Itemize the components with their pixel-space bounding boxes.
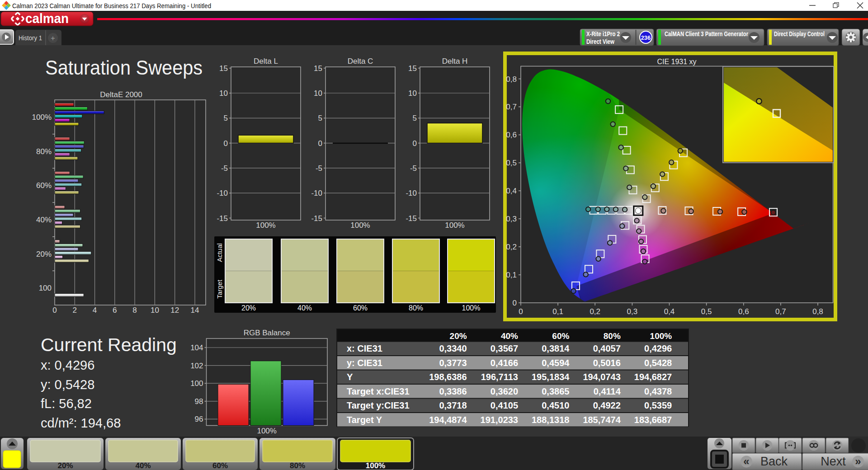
- svg-text:Calman 2023 Calman Ultimate fo: Calman 2023 Calman Ultimate for Business…: [12, 2, 211, 9]
- svg-text:0,8: 0,8: [812, 307, 823, 316]
- svg-text:Saturation Sweeps: Saturation Sweeps: [45, 56, 203, 79]
- svg-text:0: 0: [318, 139, 322, 148]
- svg-text:0: 0: [52, 306, 57, 315]
- svg-text:198,6386: 198,6386: [429, 372, 467, 382]
- svg-text:0,6: 0,6: [738, 307, 749, 316]
- svg-text:CalMAN Client 3 Pattern Genera: CalMAN Client 3 Pattern Generator: [665, 30, 748, 38]
- svg-text:0,1: 0,1: [506, 271, 517, 279]
- svg-text:History 1: History 1: [19, 34, 42, 42]
- svg-text:x: CIE31: x: CIE31: [347, 343, 382, 353]
- svg-text:0,3340: 0,3340: [439, 343, 467, 353]
- svg-text:0,4296: 0,4296: [644, 343, 672, 353]
- svg-text:10: 10: [314, 89, 322, 98]
- svg-text:cd/m²: 194,68: cd/m²: 194,68: [41, 416, 121, 430]
- svg-text:Delta H: Delta H: [442, 57, 468, 66]
- svg-text:96: 96: [195, 415, 203, 423]
- svg-text:100%: 100%: [366, 461, 385, 470]
- svg-text:194,4874: 194,4874: [429, 415, 467, 425]
- svg-text:0,4922: 0,4922: [593, 400, 621, 410]
- svg-text:Back: Back: [760, 455, 788, 468]
- svg-text:104: 104: [190, 343, 203, 352]
- svg-text:5: 5: [224, 114, 228, 122]
- svg-text:0,7: 0,7: [506, 103, 517, 111]
- svg-text:10: 10: [408, 89, 417, 98]
- svg-text:14: 14: [191, 306, 199, 315]
- svg-text:0,5: 0,5: [506, 159, 517, 167]
- svg-text:15: 15: [408, 64, 417, 73]
- svg-text:0: 0: [224, 139, 228, 148]
- svg-text:0: 0: [413, 139, 417, 148]
- svg-text:60%: 60%: [353, 304, 368, 312]
- svg-text:-15: -15: [217, 214, 228, 223]
- svg-text:0,3567: 0,3567: [491, 343, 518, 353]
- svg-text:195,1834: 195,1834: [532, 372, 570, 382]
- svg-text:Target y:CIE31: Target y:CIE31: [347, 400, 410, 410]
- svg-text:Y: Y: [347, 372, 353, 382]
- svg-text:0,4378: 0,4378: [644, 386, 672, 396]
- svg-text:-5: -5: [316, 164, 322, 173]
- svg-text:0,5359: 0,5359: [644, 400, 672, 410]
- svg-text:Actual: Actual: [216, 243, 223, 262]
- svg-text:0,4057: 0,4057: [593, 343, 621, 353]
- svg-text:40%: 40%: [297, 304, 312, 312]
- svg-text:5: 5: [318, 114, 322, 122]
- svg-text:80%: 80%: [36, 147, 52, 156]
- svg-text:Target: Target: [216, 279, 223, 299]
- svg-text:0,4105: 0,4105: [491, 400, 518, 410]
- svg-text:98: 98: [195, 397, 203, 406]
- svg-text:100: 100: [190, 379, 203, 388]
- svg-text:Next: Next: [821, 455, 846, 468]
- svg-text:-10: -10: [406, 189, 417, 197]
- svg-text:Current Reading: Current Reading: [41, 334, 177, 355]
- svg-text:-10: -10: [311, 189, 322, 197]
- svg-text:-15: -15: [406, 214, 417, 223]
- svg-text:0,4: 0,4: [506, 187, 517, 195]
- svg-text:80%: 80%: [409, 304, 423, 312]
- svg-text:40%: 40%: [501, 331, 518, 341]
- svg-text:-5: -5: [221, 164, 228, 173]
- svg-text:100: 100: [39, 284, 52, 292]
- svg-text:0,7: 0,7: [775, 307, 786, 316]
- svg-text:100%: 100%: [257, 427, 276, 435]
- svg-text:+: +: [51, 34, 55, 42]
- svg-text:15: 15: [314, 64, 322, 73]
- svg-text:100%: 100%: [256, 221, 275, 230]
- svg-text:20%: 20%: [450, 331, 467, 341]
- svg-text:0,4594: 0,4594: [542, 358, 570, 368]
- svg-text:40%: 40%: [36, 216, 52, 224]
- svg-text:0,5016: 0,5016: [593, 358, 621, 368]
- svg-text:15: 15: [219, 64, 228, 73]
- svg-text:0,4114: 0,4114: [594, 386, 621, 396]
- svg-text:0,2: 0,2: [590, 307, 600, 316]
- svg-text:y: 0,5428: y: 0,5428: [41, 377, 94, 392]
- svg-text:0,4: 0,4: [664, 307, 675, 316]
- svg-text:40%: 40%: [135, 461, 151, 470]
- svg-text:236: 236: [641, 34, 651, 41]
- svg-text:10: 10: [151, 306, 159, 315]
- svg-text:-5: -5: [410, 164, 417, 173]
- svg-text:60%: 60%: [552, 331, 569, 341]
- svg-text:Delta C: Delta C: [348, 57, 373, 66]
- svg-text:0,1: 0,1: [552, 307, 563, 316]
- svg-text:0,3718: 0,3718: [439, 400, 467, 410]
- svg-text:10: 10: [219, 89, 228, 98]
- svg-text:0,8: 0,8: [506, 75, 517, 84]
- svg-text:12: 12: [170, 306, 179, 315]
- svg-text:RGB Balance: RGB Balance: [244, 329, 290, 337]
- svg-text:60%: 60%: [212, 461, 228, 470]
- svg-text:Direct Display Control: Direct Display Control: [774, 30, 825, 38]
- svg-text:2: 2: [73, 306, 77, 315]
- svg-text:5: 5: [413, 114, 417, 122]
- svg-text:185,7474: 185,7474: [583, 415, 621, 425]
- svg-text:fL: 56,82: fL: 56,82: [41, 396, 92, 411]
- svg-text:-10: -10: [217, 189, 228, 197]
- svg-text:196,7113: 196,7113: [481, 372, 518, 382]
- svg-text:0,3: 0,3: [627, 307, 638, 316]
- svg-text:DeltaE 2000: DeltaE 2000: [100, 90, 142, 99]
- svg-text:100%: 100%: [445, 221, 464, 230]
- svg-text:6: 6: [113, 306, 117, 315]
- svg-text:20%: 20%: [57, 461, 73, 470]
- svg-text:«: «: [743, 455, 749, 467]
- svg-text:8: 8: [132, 306, 137, 315]
- svg-text:0,5: 0,5: [701, 307, 712, 316]
